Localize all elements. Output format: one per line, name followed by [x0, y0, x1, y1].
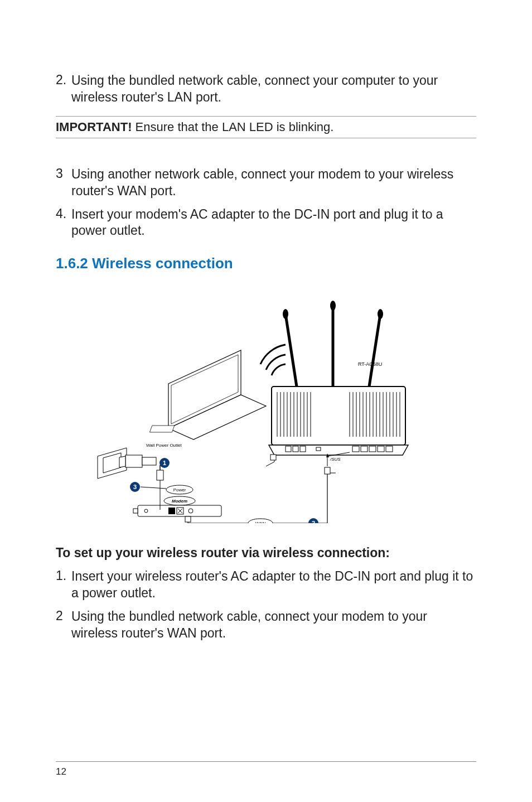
svg-rect-35	[286, 446, 291, 452]
step-text: Insert your modem's AC adapter to the DC…	[71, 206, 476, 240]
step-item: 2 Using the bundled network cable, conne…	[56, 608, 476, 642]
svg-line-1	[286, 314, 297, 386]
footer-divider	[56, 761, 476, 762]
step-number: 2	[56, 608, 71, 642]
router-brand-label: /SUS	[330, 457, 341, 462]
step-item: 1. Insert your wireless router's AC adap…	[56, 568, 476, 602]
svg-point-4	[283, 309, 288, 319]
wan-label: WAN	[255, 521, 266, 523]
svg-point-6	[378, 309, 383, 319]
svg-point-57	[188, 509, 193, 513]
svg-rect-58	[133, 509, 138, 513]
svg-rect-0	[149, 426, 174, 432]
modem-label: Modem	[172, 499, 187, 504]
step-item: 4. Insert your modem's AC adapter to the…	[56, 206, 476, 240]
diagram-svg: RT-AC68U /SUS Wall Power Outlet 1 3 Powe…	[93, 289, 439, 523]
svg-rect-43	[386, 446, 393, 452]
sub-heading: To set up your wireless router via wirel…	[56, 545, 476, 561]
svg-line-3	[369, 314, 380, 386]
svg-rect-44	[125, 455, 142, 467]
router-icon: RT-AC68U /SUS	[269, 301, 408, 462]
step-text: Using the bundled network cable, connect…	[71, 608, 476, 642]
diagram-badge-3: 3	[133, 484, 137, 490]
wifi-icon	[260, 345, 286, 375]
step-number: 4.	[56, 206, 71, 240]
svg-rect-48	[157, 470, 163, 480]
svg-rect-55	[168, 508, 175, 514]
router-model-label: RT-AC68U	[358, 361, 382, 367]
power-label: Power	[173, 487, 186, 492]
step-text: Using another network cable, connect you…	[71, 166, 476, 200]
svg-rect-60	[325, 467, 330, 474]
svg-rect-37	[300, 446, 306, 452]
important-label: IMPORTANT!	[56, 120, 132, 134]
page-number: 12	[56, 766, 66, 777]
step-number: 1.	[56, 568, 71, 602]
svg-line-51	[141, 487, 166, 489]
step-item: 3 Using another network cable, connect y…	[56, 166, 476, 200]
diagram-badge-2: 2	[312, 520, 315, 523]
diagram-badge-1: 1	[163, 460, 166, 466]
svg-rect-64	[270, 455, 276, 460]
svg-rect-40	[361, 446, 367, 452]
important-text: Ensure that the LAN LED is blinking.	[132, 120, 333, 134]
step-text: Using the bundled network cable, connect…	[71, 73, 476, 106]
svg-marker-45	[119, 456, 125, 467]
section-heading: 1.6.2 Wireless connection	[56, 255, 476, 272]
wall-outlet-icon: Wall Power Outlet	[98, 443, 182, 479]
step-number: 3	[56, 166, 71, 200]
svg-rect-7	[272, 386, 405, 445]
modem-icon: Modem	[133, 496, 221, 516]
svg-rect-59	[185, 516, 191, 522]
step-text: Insert your wireless router's AC adapter…	[71, 568, 476, 602]
laptop-icon	[149, 350, 266, 439]
svg-rect-42	[378, 446, 384, 452]
svg-rect-36	[293, 446, 298, 452]
step-number: 2.	[56, 73, 71, 106]
wall-outlet-label: Wall Power Outlet	[146, 443, 182, 448]
svg-point-5	[330, 301, 336, 311]
step-item: 2. Using the bundled network cable, conn…	[56, 73, 476, 106]
svg-rect-38	[316, 447, 321, 451]
svg-point-54	[144, 509, 148, 513]
svg-rect-39	[352, 446, 359, 452]
important-callout: IMPORTANT! Ensure that the LAN LED is bl…	[56, 116, 476, 138]
connection-diagram: RT-AC68U /SUS Wall Power Outlet 1 3 Powe…	[56, 289, 476, 523]
svg-rect-46	[142, 457, 156, 465]
svg-rect-41	[369, 446, 376, 452]
